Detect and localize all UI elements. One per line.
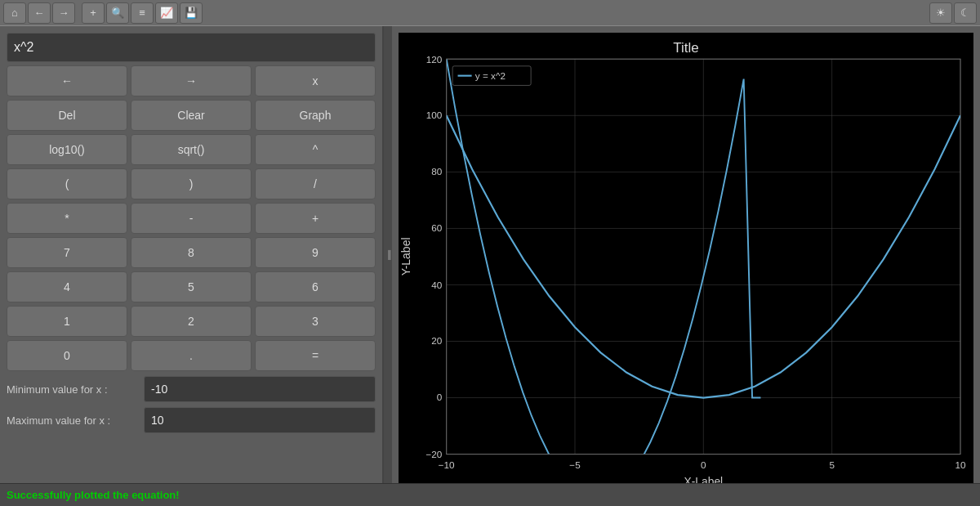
- max-value-label: Maximum value for x :: [7, 414, 137, 427]
- graph-svg: Title: [399, 33, 973, 483]
- open-paren-btn[interactable]: (: [7, 168, 127, 199]
- status-message: Successfully plotted the equation!: [7, 489, 180, 501]
- svg-text:−20: −20: [425, 449, 442, 459]
- max-value-row: Maximum value for x :: [7, 407, 376, 433]
- x-axis-label: X-Label: [684, 475, 723, 483]
- three-btn[interactable]: 3: [255, 306, 376, 337]
- svg-text:−10: −10: [439, 459, 455, 470]
- button-grid: ← → x Del Clear Graph log10() sqrt() ^ (…: [7, 65, 376, 371]
- save-icon[interactable]: 💾: [180, 2, 203, 24]
- delete-btn[interactable]: Del: [7, 100, 127, 131]
- variable-x-btn[interactable]: x: [255, 65, 376, 96]
- five-btn[interactable]: 5: [131, 271, 252, 302]
- min-value-label: Minimum value for x :: [7, 383, 137, 396]
- graph-container: Title: [399, 33, 973, 483]
- chart-icon[interactable]: 📈: [155, 2, 178, 24]
- graph-panel: Title: [392, 26, 980, 483]
- moon-icon[interactable]: ☾: [954, 2, 977, 24]
- add-icon[interactable]: +: [82, 2, 105, 24]
- svg-text:80: 80: [431, 166, 442, 177]
- svg-rect-0: [399, 33, 973, 483]
- legend-label: y = x^2: [475, 70, 506, 81]
- svg-text:10: 10: [955, 459, 965, 470]
- min-value-input[interactable]: [144, 376, 376, 402]
- y-axis-label: Y-Label: [399, 238, 412, 276]
- svg-text:100: 100: [426, 110, 443, 120]
- status-bar: Successfully plotted the equation!: [0, 483, 980, 506]
- main-area: x^2 ← → x Del Clear Graph log10() sqrt()…: [0, 26, 980, 483]
- close-paren-btn[interactable]: ): [131, 168, 252, 199]
- one-btn[interactable]: 1: [7, 306, 127, 337]
- calculator-panel: x^2 ← → x Del Clear Graph log10() sqrt()…: [0, 26, 384, 483]
- equals-btn[interactable]: =: [255, 340, 376, 371]
- nine-btn[interactable]: 9: [255, 237, 376, 268]
- two-btn[interactable]: 2: [131, 306, 252, 337]
- four-btn[interactable]: 4: [7, 271, 127, 302]
- subtract-btn[interactable]: -: [131, 203, 252, 234]
- clear-btn[interactable]: Clear: [131, 100, 252, 131]
- svg-text:0: 0: [437, 392, 443, 402]
- svg-text:40: 40: [431, 280, 442, 290]
- decimal-btn[interactable]: .: [131, 340, 252, 371]
- svg-text:20: 20: [431, 335, 442, 346]
- brightness-icon[interactable]: ☀: [929, 2, 952, 24]
- expression-display[interactable]: x^2: [7, 33, 376, 62]
- log10-btn[interactable]: log10(): [7, 134, 127, 165]
- max-value-input[interactable]: [144, 407, 376, 433]
- svg-text:120: 120: [426, 53, 443, 64]
- svg-text:0: 0: [701, 459, 706, 470]
- zero-btn[interactable]: 0: [7, 340, 127, 371]
- home-icon[interactable]: ⌂: [3, 2, 26, 24]
- back-icon[interactable]: ←: [28, 2, 51, 24]
- search-icon[interactable]: 🔍: [106, 2, 129, 24]
- six-btn[interactable]: 6: [255, 271, 376, 302]
- power-btn[interactable]: ^: [255, 134, 376, 165]
- add-btn[interactable]: +: [255, 203, 376, 234]
- multiply-btn[interactable]: *: [7, 203, 127, 234]
- left-arrow-btn[interactable]: ←: [7, 65, 127, 96]
- right-arrow-btn[interactable]: →: [131, 65, 252, 96]
- resize-handle[interactable]: [384, 26, 392, 483]
- svg-text:5: 5: [829, 459, 835, 470]
- graph-btn[interactable]: Graph: [255, 100, 376, 131]
- svg-text:−5: −5: [569, 459, 581, 470]
- min-value-row: Minimum value for x :: [7, 376, 376, 402]
- divide-btn[interactable]: /: [255, 168, 376, 199]
- settings-icon[interactable]: ≡: [131, 2, 154, 24]
- forward-icon[interactable]: →: [52, 2, 75, 24]
- graph-title: Title: [673, 40, 699, 56]
- toolbar: ⌂ ← → + 🔍 ≡ 📈 💾 ☀ ☾: [0, 0, 980, 26]
- sqrt-btn[interactable]: sqrt(): [131, 134, 252, 165]
- seven-btn[interactable]: 7: [7, 237, 127, 268]
- eight-btn[interactable]: 8: [131, 237, 252, 268]
- svg-text:60: 60: [431, 222, 442, 233]
